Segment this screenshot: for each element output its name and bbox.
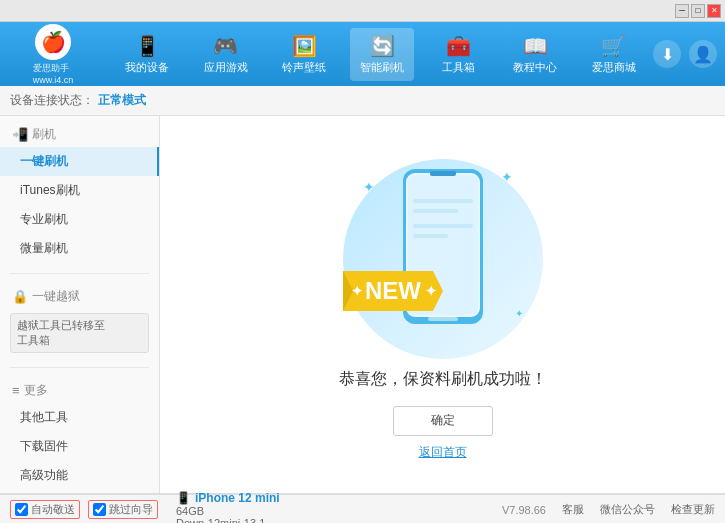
auto-send-label: 自动敬送 bbox=[31, 502, 75, 517]
nav-item-toolbox[interactable]: 🧰 工具箱 bbox=[429, 28, 489, 81]
svg-text:✦: ✦ bbox=[351, 283, 363, 299]
status-label: 设备连接状态： bbox=[10, 92, 94, 109]
nav-item-tutorials-label: 教程中心 bbox=[513, 60, 557, 75]
toolbox-icon: 🧰 bbox=[446, 34, 471, 58]
nav-item-smart-flash[interactable]: 🔄 智能刷机 bbox=[350, 28, 414, 81]
svg-rect-4 bbox=[430, 171, 456, 176]
user-button[interactable]: 👤 bbox=[689, 40, 717, 68]
sidebar-item-pro-flash[interactable]: 专业刷机 bbox=[0, 205, 159, 234]
nav-item-tutorials[interactable]: 📖 教程中心 bbox=[503, 28, 567, 81]
bottom-left: 自动敬送 跳过向导 📱 iPhone 12 mini 64GB Down-12m… bbox=[10, 491, 502, 524]
logo[interactable]: 🍎 爱思助手www.i4.cn bbox=[8, 24, 98, 85]
star-decoration-3: ✦ bbox=[515, 308, 523, 319]
success-title: 恭喜您，保资料刷机成功啦！ bbox=[339, 369, 547, 390]
download-button[interactable]: ⬇ bbox=[653, 40, 681, 68]
title-bar: ─ □ ✕ bbox=[0, 0, 725, 22]
sidebar-item-micro-flash[interactable]: 微量刷机 bbox=[0, 234, 159, 263]
nav-item-ringtones-label: 铃声壁纸 bbox=[282, 60, 326, 75]
star-decoration-1: ✦ bbox=[363, 179, 375, 195]
tutorials-icon: 📖 bbox=[523, 34, 548, 58]
nav-items: 📱 我的设备 🎮 应用游戏 🖼️ 铃声壁纸 🔄 智能刷机 🧰 工具箱 📖 教程中… bbox=[108, 28, 653, 81]
nav-item-toolbox-label: 工具箱 bbox=[442, 60, 475, 75]
bottom-right: V7.98.66 客服 微信公众号 检查更新 bbox=[502, 502, 715, 517]
nav-item-smart-flash-label: 智能刷机 bbox=[360, 60, 404, 75]
new-badge: ✦ NEW ✦ bbox=[343, 256, 453, 329]
jailbreak-warning: 越狱工具已转移至工具箱 bbox=[10, 313, 149, 353]
nav-item-my-device-label: 我的设备 bbox=[125, 60, 169, 75]
more-section-icon: ≡ bbox=[12, 383, 20, 398]
mall-icon: 🛒 bbox=[601, 34, 626, 58]
status-value: 正常模式 bbox=[98, 92, 146, 109]
sidebar-item-one-click-flash[interactable]: 一键刷机 bbox=[0, 147, 159, 176]
top-nav: 🍎 爱思助手www.i4.cn 📱 我的设备 🎮 应用游戏 🖼️ 铃声壁纸 🔄 … bbox=[0, 22, 725, 86]
star-decoration-2: ✦ bbox=[501, 169, 513, 185]
lock-icon: 🔒 bbox=[12, 289, 28, 304]
auto-send-checkbox[interactable] bbox=[15, 503, 28, 516]
bottom-bar: 自动敬送 跳过向导 📱 iPhone 12 mini 64GB Down-12m… bbox=[0, 494, 725, 523]
device-phone-icon: 📱 bbox=[176, 491, 191, 505]
app-games-icon: 🎮 bbox=[213, 34, 238, 58]
main-area: 📲 刷机 一键刷机 iTunes刷机 专业刷机 微量刷机 🔒 一键越狱 bbox=[0, 116, 725, 493]
sidebar-section-jailbreak-title: 🔒 一键越狱 bbox=[0, 284, 159, 309]
minimize-button[interactable]: ─ bbox=[675, 4, 689, 18]
confirm-button[interactable]: 确定 bbox=[393, 406, 493, 436]
customer-service-link[interactable]: 客服 bbox=[562, 502, 584, 517]
illustration: ✦ ✦ ✦ bbox=[333, 149, 553, 369]
svg-text:NEW: NEW bbox=[365, 277, 421, 304]
device-info: 📱 iPhone 12 mini 64GB Down-12mini-13,1 bbox=[176, 491, 280, 524]
bottom-wrapper: 自动敬送 跳过向导 📱 iPhone 12 mini 64GB Down-12m… bbox=[0, 493, 725, 523]
check-update-link[interactable]: 检查更新 bbox=[671, 502, 715, 517]
device-model: Down-12mini-13,1 bbox=[176, 517, 280, 524]
sidebar-item-itunes-flash[interactable]: iTunes刷机 bbox=[0, 176, 159, 205]
go-home-link[interactable]: 返回首页 bbox=[419, 444, 467, 461]
sidebar-section-more-title: ≡ 更多 bbox=[0, 378, 159, 403]
nav-right: ⬇ 👤 bbox=[653, 40, 717, 68]
logo-icon: 🍎 bbox=[35, 24, 71, 60]
smart-flash-icon: 🔄 bbox=[370, 34, 395, 58]
svg-rect-7 bbox=[413, 224, 473, 228]
skip-wizard-checkbox-container[interactable]: 跳过向导 bbox=[88, 500, 158, 519]
svg-rect-6 bbox=[413, 209, 458, 213]
sidebar-divider-2 bbox=[10, 367, 149, 368]
sidebar-section-more: ≡ 更多 其他工具 下载固件 高级功能 bbox=[0, 372, 159, 493]
skip-wizard-label: 跳过向导 bbox=[109, 502, 153, 517]
sidebar-section-flash: 📲 刷机 一键刷机 iTunes刷机 专业刷机 微量刷机 bbox=[0, 116, 159, 269]
sidebar-item-download-firmware[interactable]: 下载固件 bbox=[0, 432, 159, 461]
nav-item-ringtones[interactable]: 🖼️ 铃声壁纸 bbox=[272, 28, 336, 81]
sidebar-section-jailbreak: 🔒 一键越狱 越狱工具已转移至工具箱 bbox=[0, 278, 159, 363]
my-device-icon: 📱 bbox=[135, 34, 160, 58]
auto-send-checkbox-container[interactable]: 自动敬送 bbox=[10, 500, 80, 519]
skip-wizard-checkbox[interactable] bbox=[93, 503, 106, 516]
nav-item-app-games-label: 应用游戏 bbox=[204, 60, 248, 75]
sidebar-item-other-tools[interactable]: 其他工具 bbox=[0, 403, 159, 432]
svg-text:✦: ✦ bbox=[425, 283, 437, 299]
close-button[interactable]: ✕ bbox=[707, 4, 721, 18]
svg-rect-8 bbox=[413, 234, 448, 238]
sidebar-item-advanced[interactable]: 高级功能 bbox=[0, 461, 159, 490]
nav-item-mall-label: 爱思商城 bbox=[592, 60, 636, 75]
device-name: 📱 iPhone 12 mini bbox=[176, 491, 280, 505]
logo-text: 爱思助手www.i4.cn bbox=[33, 62, 74, 85]
content-area: ✦ ✦ ✦ bbox=[160, 116, 725, 493]
nav-item-mall[interactable]: 🛒 爱思商城 bbox=[582, 28, 646, 81]
svg-rect-5 bbox=[413, 199, 473, 203]
wechat-public-link[interactable]: 微信公众号 bbox=[600, 502, 655, 517]
ringtones-icon: 🖼️ bbox=[292, 34, 317, 58]
flash-section-icon: 📲 bbox=[12, 127, 28, 142]
device-storage: 64GB bbox=[176, 505, 280, 517]
sidebar: 📲 刷机 一键刷机 iTunes刷机 专业刷机 微量刷机 🔒 一键越狱 bbox=[0, 116, 160, 493]
status-bar: 设备连接状态： 正常模式 bbox=[0, 86, 725, 116]
maximize-button[interactable]: □ bbox=[691, 4, 705, 18]
nav-item-my-device[interactable]: 📱 我的设备 bbox=[115, 28, 179, 81]
nav-item-app-games[interactable]: 🎮 应用游戏 bbox=[194, 28, 258, 81]
sidebar-divider-1 bbox=[10, 273, 149, 274]
sidebar-section-flash-title: 📲 刷机 bbox=[0, 122, 159, 147]
version-label: V7.98.66 bbox=[502, 504, 546, 516]
